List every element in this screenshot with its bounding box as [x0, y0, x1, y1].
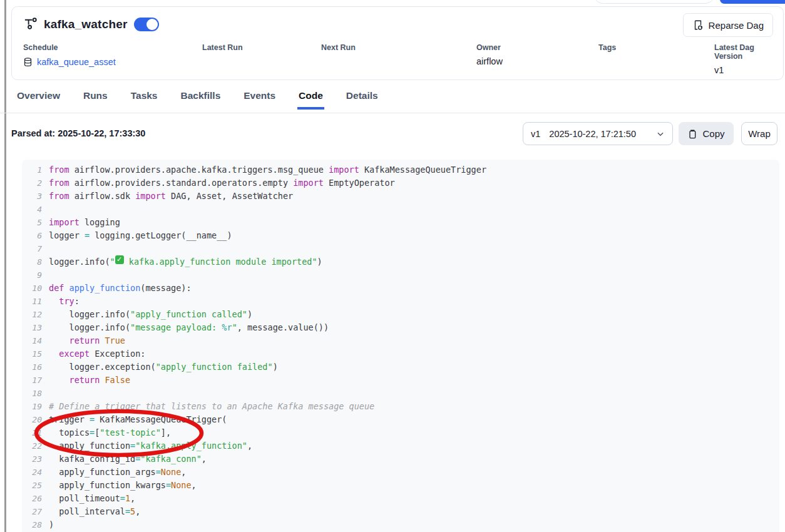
code-token: : [74, 295, 80, 308]
code-token [49, 347, 59, 361]
line-number: 24 [27, 466, 42, 479]
line-number: 6 [27, 229, 42, 242]
field-latest-run: Latest Run [202, 43, 243, 67]
code-line: 6logger = logging.getLogger(__name__) [22, 229, 779, 242]
wrap-label: Wrap [748, 128, 771, 139]
code-block[interactable]: 1from airflow.providers.apache.kafka.tri… [22, 160, 779, 532]
wrap-button[interactable]: Wrap [741, 122, 777, 145]
line-number: 13 [27, 321, 42, 334]
line-number: 27 [27, 505, 42, 518]
tab-overview[interactable]: Overview [16, 88, 61, 110]
code-token: logging [80, 216, 120, 229]
line-number: 4 [27, 203, 42, 216]
code-token: poll_timeout [49, 492, 120, 505]
code-token: topics [49, 426, 90, 439]
field-value: v1 [714, 65, 783, 76]
code-token: try [59, 295, 74, 308]
code-line: 9 [22, 269, 779, 282]
global-search-input[interactable] [593, 0, 716, 4]
tab-backfills[interactable]: Backfills [180, 88, 222, 110]
code-line: 16 logger.exception("apply_function fail… [22, 361, 779, 374]
dag-title: kafka_watcher [44, 18, 128, 31]
code-token [49, 334, 69, 347]
code-token: True [105, 334, 125, 347]
field-value [598, 56, 616, 67]
code-token [49, 374, 69, 387]
clipboard-icon [687, 129, 697, 139]
code-token: logger.info( [49, 255, 110, 269]
field-value [321, 56, 356, 67]
tab-events[interactable]: Events [242, 88, 277, 110]
code-token: kafka_config_id [49, 453, 135, 466]
line-number: 19 [27, 400, 42, 413]
code-token: 5 [130, 505, 135, 518]
code-token: "apply_function called" [130, 308, 247, 321]
code-line: 20trigger = KafkaMessageQueueTrigger( [22, 413, 779, 426]
code-token: %r [222, 321, 232, 334]
code-line: 8logger.info("✓ kafka.apply_function mod… [22, 255, 779, 269]
line-number: 17 [27, 374, 42, 387]
code-token: from [49, 190, 69, 203]
code-line: 23 kafka_config_id="kafka_conn", [22, 453, 779, 466]
dag-header-card: kafka_watcher Reparse Dag Schedule [11, 6, 784, 80]
code-token: 1 [125, 492, 130, 505]
code-line: 26 poll_timeout=1, [22, 492, 779, 505]
code-line: 19# Define a trigger that listens to an … [22, 400, 779, 413]
code-token: return [69, 334, 100, 347]
dag-version-select[interactable]: v1 2025-10-22, 17:21:50 [523, 122, 673, 145]
tab-code[interactable]: Code [297, 88, 324, 110]
line-number: 14 [27, 334, 42, 347]
code-token: (message): [140, 282, 191, 295]
code-token: = [120, 492, 125, 505]
code-token: airflow.providers.standard.operators.emp… [69, 176, 294, 190]
field-label: Latest Run [202, 43, 243, 52]
line-number: 21 [27, 426, 42, 439]
code-token: ) [317, 255, 322, 269]
line-number: 25 [27, 479, 42, 492]
code-token: None [161, 466, 182, 479]
top-primary-button[interactable] [720, 0, 785, 4]
dag-icon [23, 17, 38, 31]
line-number: 18 [27, 387, 42, 400]
tab-runs[interactable]: Runs [82, 88, 109, 110]
tab-details[interactable]: Details [345, 88, 379, 110]
code-token: kafka.apply_function module imported" [124, 255, 317, 269]
code-token: , [247, 439, 252, 453]
field-value: airflow [476, 56, 503, 67]
code-line: 24 apply_function_args=None, [22, 466, 779, 479]
code-token [64, 282, 69, 295]
schedule-asset-link[interactable]: kafka_queue_asset [23, 56, 116, 67]
code-token: = [90, 426, 95, 439]
code-line: 2from airflow.providers.standard.operato… [22, 176, 779, 190]
code-token: Exception: [90, 347, 145, 361]
code-token: logger.info( [49, 321, 130, 334]
code-token: " [110, 255, 115, 269]
code-line: 10def apply_function(message): [22, 282, 779, 295]
line-number: 8 [27, 255, 42, 269]
code-token: , [202, 453, 207, 466]
line-number: 11 [27, 295, 42, 308]
sidebar-edge-divider [4, 0, 6, 532]
code-token [100, 334, 105, 347]
version-value: v1 [531, 129, 540, 139]
code-token: = [85, 229, 90, 242]
tab-tasks[interactable]: Tasks [130, 88, 159, 110]
line-number: 28 [27, 518, 42, 531]
reparse-dag-button[interactable]: Reparse Dag [683, 13, 773, 37]
dag-enabled-toggle[interactable] [134, 18, 159, 31]
code-line: 22 apply_function="kafka.apply_function"… [22, 439, 779, 453]
code-line: 1from airflow.providers.apache.kafka.tri… [22, 163, 779, 176]
code-token: None [171, 479, 192, 492]
code-token: import [329, 163, 359, 176]
line-number: 3 [27, 190, 42, 203]
code-token: = [125, 505, 130, 518]
line-number: 10 [27, 282, 42, 295]
code-token: apply_function_args [49, 466, 156, 479]
code-line: 5import logging [22, 216, 779, 229]
code-token: from [49, 176, 69, 190]
code-line: 14 return True [22, 334, 779, 347]
field-label: Latest Dag Version [714, 43, 783, 61]
code-token: airflow.providers.apache.kafka.triggers.… [69, 163, 329, 176]
line-number: 9 [27, 269, 42, 282]
copy-button[interactable]: Copy [679, 122, 734, 145]
